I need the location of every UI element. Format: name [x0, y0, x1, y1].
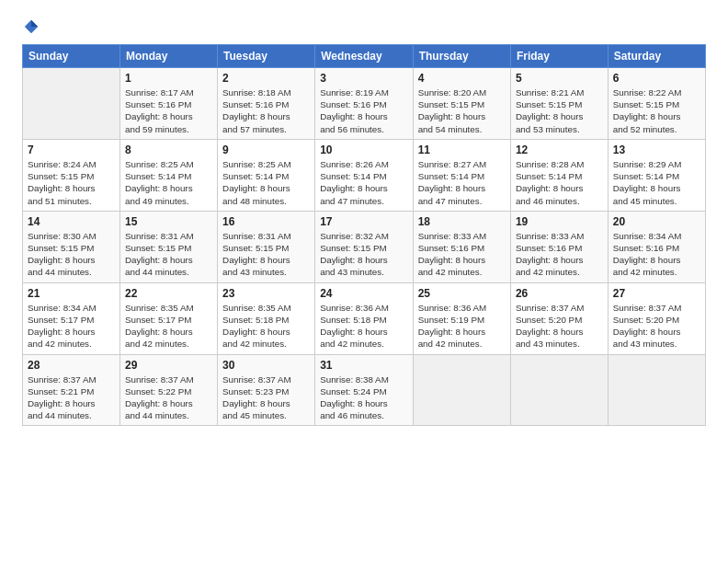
day-number: 4: [418, 72, 506, 85]
day-number: 16: [222, 215, 310, 228]
day-number: 28: [28, 359, 115, 372]
calendar-header-wednesday: Wednesday: [315, 45, 413, 68]
calendar-cell: 22Sunrise: 8:35 AM Sunset: 5:17 PM Dayli…: [120, 282, 218, 354]
calendar-week-4: 21Sunrise: 8:34 AM Sunset: 5:17 PM Dayli…: [23, 282, 706, 354]
day-info: Sunrise: 8:18 AM Sunset: 5:16 PM Dayligh…: [222, 86, 310, 135]
calendar-cell: 4Sunrise: 8:20 AM Sunset: 5:15 PM Daylig…: [413, 68, 510, 140]
day-number: 10: [320, 144, 407, 156]
calendar-header-monday: Monday: [120, 45, 218, 68]
day-info: Sunrise: 8:34 AM Sunset: 5:17 PM Dayligh…: [28, 302, 115, 350]
day-info: Sunrise: 8:25 AM Sunset: 5:14 PM Dayligh…: [125, 158, 212, 207]
day-number: 9: [222, 144, 310, 156]
calendar-cell: 23Sunrise: 8:35 AM Sunset: 5:18 PM Dayli…: [218, 282, 315, 354]
calendar-cell: 6Sunrise: 8:22 AM Sunset: 5:15 PM Daylig…: [608, 68, 705, 140]
calendar-cell: 11Sunrise: 8:27 AM Sunset: 5:14 PM Dayli…: [413, 139, 510, 211]
day-info: Sunrise: 8:33 AM Sunset: 5:16 PM Dayligh…: [516, 230, 603, 279]
calendar-cell: 9Sunrise: 8:25 AM Sunset: 5:14 PM Daylig…: [218, 139, 315, 211]
calendar-cell: [413, 354, 510, 426]
day-info: Sunrise: 8:22 AM Sunset: 5:15 PM Dayligh…: [613, 86, 700, 135]
day-number: 29: [125, 359, 212, 372]
calendar-cell: 5Sunrise: 8:21 AM Sunset: 5:15 PM Daylig…: [510, 68, 608, 140]
day-number: 13: [613, 144, 700, 156]
day-number: 7: [28, 144, 115, 156]
day-info: Sunrise: 8:35 AM Sunset: 5:18 PM Dayligh…: [222, 302, 310, 350]
day-info: Sunrise: 8:28 AM Sunset: 5:14 PM Dayligh…: [516, 158, 603, 207]
calendar-cell: 13Sunrise: 8:29 AM Sunset: 5:14 PM Dayli…: [608, 139, 705, 211]
day-info: Sunrise: 8:31 AM Sunset: 5:15 PM Dayligh…: [125, 230, 212, 279]
day-info: Sunrise: 8:37 AM Sunset: 5:20 PM Dayligh…: [516, 302, 603, 350]
day-info: Sunrise: 8:25 AM Sunset: 5:14 PM Dayligh…: [222, 158, 310, 207]
day-info: Sunrise: 8:26 AM Sunset: 5:14 PM Dayligh…: [320, 158, 407, 207]
calendar-cell: 30Sunrise: 8:37 AM Sunset: 5:23 PM Dayli…: [218, 354, 315, 426]
day-number: 2: [222, 72, 310, 85]
calendar-cell: 25Sunrise: 8:36 AM Sunset: 5:19 PM Dayli…: [413, 282, 510, 354]
day-info: Sunrise: 8:35 AM Sunset: 5:17 PM Dayligh…: [125, 302, 212, 350]
calendar-cell: 8Sunrise: 8:25 AM Sunset: 5:14 PM Daylig…: [120, 139, 218, 211]
day-info: Sunrise: 8:33 AM Sunset: 5:16 PM Dayligh…: [418, 230, 506, 279]
page: SundayMondayTuesdayWednesdayThursdayFrid…: [0, 0, 728, 563]
day-number: 26: [516, 287, 603, 300]
day-info: Sunrise: 8:30 AM Sunset: 5:15 PM Dayligh…: [28, 230, 115, 279]
day-number: 3: [320, 72, 407, 85]
calendar-cell: 28Sunrise: 8:37 AM Sunset: 5:21 PM Dayli…: [23, 354, 120, 426]
day-number: 22: [125, 287, 212, 300]
day-info: Sunrise: 8:24 AM Sunset: 5:15 PM Dayligh…: [28, 158, 115, 207]
day-number: 20: [613, 215, 700, 228]
calendar-header-sunday: Sunday: [23, 45, 120, 68]
calendar-cell: [23, 68, 120, 140]
calendar-cell: [510, 354, 608, 426]
day-info: Sunrise: 8:32 AM Sunset: 5:15 PM Dayligh…: [320, 230, 407, 279]
day-number: 25: [418, 287, 506, 300]
calendar-cell: 27Sunrise: 8:37 AM Sunset: 5:20 PM Dayli…: [608, 282, 705, 354]
calendar-cell: 21Sunrise: 8:34 AM Sunset: 5:17 PM Dayli…: [23, 282, 120, 354]
calendar-week-3: 14Sunrise: 8:30 AM Sunset: 5:15 PM Dayli…: [23, 211, 706, 282]
calendar-header-saturday: Saturday: [608, 45, 705, 68]
day-info: Sunrise: 8:36 AM Sunset: 5:18 PM Dayligh…: [320, 302, 407, 350]
calendar-cell: 3Sunrise: 8:19 AM Sunset: 5:16 PM Daylig…: [315, 68, 413, 140]
day-number: 21: [28, 287, 115, 300]
day-info: Sunrise: 8:37 AM Sunset: 5:21 PM Dayligh…: [28, 373, 115, 422]
calendar-week-5: 28Sunrise: 8:37 AM Sunset: 5:21 PM Dayli…: [23, 354, 706, 426]
calendar-cell: 19Sunrise: 8:33 AM Sunset: 5:16 PM Dayli…: [510, 211, 608, 282]
day-info: Sunrise: 8:38 AM Sunset: 5:24 PM Dayligh…: [320, 373, 407, 422]
logo-text: [22, 18, 40, 35]
calendar-header-tuesday: Tuesday: [218, 45, 315, 68]
day-number: 19: [516, 215, 603, 228]
calendar-cell: 2Sunrise: 8:18 AM Sunset: 5:16 PM Daylig…: [218, 68, 315, 140]
logo: [22, 18, 40, 35]
calendar-cell: 10Sunrise: 8:26 AM Sunset: 5:14 PM Dayli…: [315, 139, 413, 211]
calendar-cell: 12Sunrise: 8:28 AM Sunset: 5:14 PM Dayli…: [510, 139, 608, 211]
calendar-cell: 24Sunrise: 8:36 AM Sunset: 5:18 PM Dayli…: [315, 282, 413, 354]
calendar-cell: 31Sunrise: 8:38 AM Sunset: 5:24 PM Dayli…: [315, 354, 413, 426]
day-info: Sunrise: 8:19 AM Sunset: 5:16 PM Dayligh…: [320, 86, 407, 135]
day-info: Sunrise: 8:37 AM Sunset: 5:22 PM Dayligh…: [125, 373, 212, 422]
day-number: 15: [125, 215, 212, 228]
calendar-header-friday: Friday: [510, 45, 608, 68]
day-info: Sunrise: 8:31 AM Sunset: 5:15 PM Dayligh…: [222, 230, 310, 279]
day-number: 17: [320, 215, 407, 228]
day-info: Sunrise: 8:29 AM Sunset: 5:14 PM Dayligh…: [613, 158, 700, 207]
calendar-cell: 26Sunrise: 8:37 AM Sunset: 5:20 PM Dayli…: [510, 282, 608, 354]
calendar-cell: 7Sunrise: 8:24 AM Sunset: 5:15 PM Daylig…: [23, 139, 120, 211]
calendar-cell: 15Sunrise: 8:31 AM Sunset: 5:15 PM Dayli…: [120, 211, 218, 282]
calendar-cell: 16Sunrise: 8:31 AM Sunset: 5:15 PM Dayli…: [218, 211, 315, 282]
calendar-header-row: SundayMondayTuesdayWednesdayThursdayFrid…: [23, 45, 706, 68]
calendar-table: SundayMondayTuesdayWednesdayThursdayFrid…: [22, 44, 706, 426]
day-number: 30: [222, 359, 310, 372]
calendar-cell: [608, 354, 705, 426]
day-info: Sunrise: 8:34 AM Sunset: 5:16 PM Dayligh…: [613, 230, 700, 279]
day-number: 14: [28, 215, 115, 228]
day-number: 27: [613, 287, 700, 300]
svg-marker-1: [31, 20, 38, 27]
calendar-cell: 17Sunrise: 8:32 AM Sunset: 5:15 PM Dayli…: [315, 211, 413, 282]
calendar-cell: 14Sunrise: 8:30 AM Sunset: 5:15 PM Dayli…: [23, 211, 120, 282]
calendar-cell: 20Sunrise: 8:34 AM Sunset: 5:16 PM Dayli…: [608, 211, 705, 282]
calendar-header-thursday: Thursday: [413, 45, 510, 68]
day-number: 6: [613, 72, 700, 85]
calendar-week-2: 7Sunrise: 8:24 AM Sunset: 5:15 PM Daylig…: [23, 139, 706, 211]
header: [22, 18, 706, 35]
day-number: 12: [516, 144, 603, 156]
day-info: Sunrise: 8:37 AM Sunset: 5:20 PM Dayligh…: [613, 302, 700, 350]
calendar-cell: 29Sunrise: 8:37 AM Sunset: 5:22 PM Dayli…: [120, 354, 218, 426]
logo-icon: [23, 18, 40, 35]
